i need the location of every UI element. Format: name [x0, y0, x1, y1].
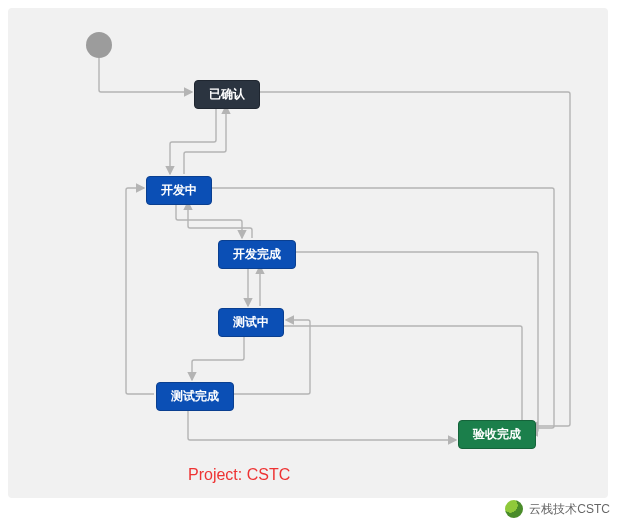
state-dev-done[interactable]: 开发完成	[218, 240, 296, 269]
start-node	[86, 32, 112, 58]
edge-testing-testdone	[192, 334, 244, 380]
state-test-done[interactable]: 测试完成	[156, 382, 234, 411]
workflow-canvas: 已确认 开发中 开发完成 测试中 测试完成 验收完成	[8, 8, 608, 498]
channel-name: 云栈技术CSTC	[529, 501, 610, 518]
edge-developing-devdone	[176, 202, 242, 238]
footer: 云栈技术CSTC	[0, 498, 620, 520]
project-label: Project: CSTC	[188, 466, 290, 484]
edge-testdone-accepted	[188, 408, 456, 440]
edge-devdone-developing	[188, 202, 252, 238]
state-testing-label: 测试中	[233, 315, 269, 329]
state-accepted[interactable]: 验收完成	[458, 420, 536, 449]
state-dev-done-label: 开发完成	[233, 247, 281, 261]
edge-confirmed-developing	[170, 106, 216, 174]
state-developing-label: 开发中	[161, 183, 197, 197]
state-confirmed[interactable]: 已确认	[194, 80, 260, 109]
edge-start-confirmed	[99, 58, 192, 92]
edge-devdone-accepted	[290, 252, 538, 432]
state-developing[interactable]: 开发中	[146, 176, 212, 205]
state-accepted-label: 验收完成	[473, 427, 521, 441]
edge-confirmed-accepted	[256, 92, 570, 426]
edge-testdone-developing	[126, 188, 154, 394]
state-testing[interactable]: 测试中	[218, 308, 284, 337]
channel-logo-icon	[505, 500, 523, 518]
state-test-done-label: 测试完成	[171, 389, 219, 403]
edge-developing-confirmed	[184, 106, 226, 174]
state-confirmed-label: 已确认	[209, 87, 245, 101]
